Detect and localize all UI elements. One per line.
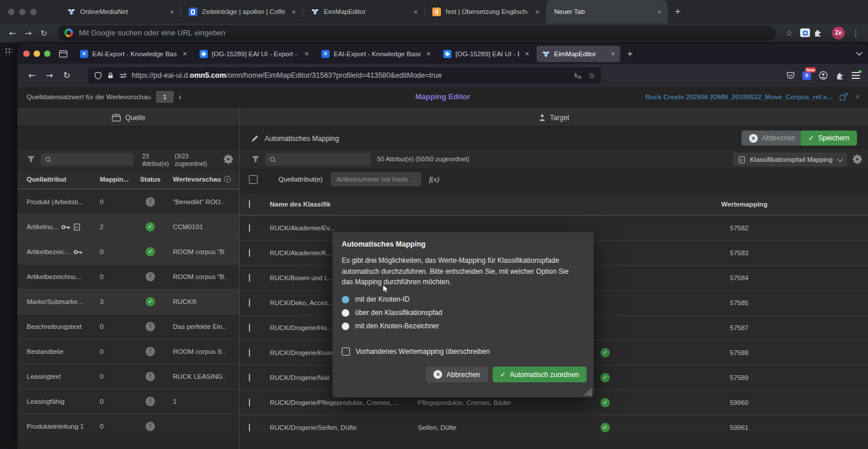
- filter-funnel-icon[interactable]: [251, 155, 260, 163]
- tab-eimmapeditor[interactable]: EimMapEditor: [537, 46, 620, 62]
- cancel-button[interactable]: Abbrechen: [742, 131, 803, 146]
- tab-onlinemedianet[interactable]: OnlineMediaNet: [59, 0, 180, 23]
- bookmark-star-icon[interactable]: [588, 71, 595, 80]
- address-bar[interactable]: Mit Google suchen oder eine URL eingeben: [57, 26, 776, 41]
- url-bar[interactable]: https://pd-eai-ui.d.omn5.com/omn/home/Ei…: [88, 67, 601, 84]
- close-icon[interactable]: [290, 8, 298, 16]
- bookmark-icon[interactable]: [782, 28, 797, 38]
- url-text[interactable]: https://pd-eai-ui.d.omn5.com/omn/home/Ei…: [132, 71, 569, 79]
- lock-icon[interactable]: [107, 71, 114, 79]
- permissions-icon[interactable]: [119, 72, 127, 79]
- source-attribute-value[interactable]: Artikelnummer mit Hash ...: [331, 172, 421, 186]
- row-checkbox[interactable]: [249, 324, 250, 332]
- target-settings-gear-icon[interactable]: [852, 154, 862, 164]
- extensions-puzzle-icon[interactable]: [836, 71, 844, 80]
- table-row[interactable]: Produkt (Arbeitsti... 0 "Benedikt" ROO..: [17, 189, 239, 214]
- share-icon[interactable]: [840, 93, 848, 101]
- maximize-window-button[interactable]: [30, 9, 37, 15]
- mapping-type-dropdown[interactable]: c Klassifikationspfad Mapping: [733, 153, 847, 166]
- tab-zeiteintraege[interactable]: Zeiteinträge | apollon | CoffeeC: [180, 0, 302, 23]
- radio-option-knoten-bezeichner[interactable]: mit den Knoten-Bezeichner: [342, 320, 584, 333]
- tab-eai-export-2[interactable]: × EAI-Export - Knowledge Base -: [316, 46, 436, 62]
- close-window-button[interactable]: [8, 9, 15, 15]
- table-row[interactable]: Marke/Submarke... 3 RUCK®: [17, 289, 239, 314]
- back-button[interactable]: [5, 28, 20, 38]
- source-search-input[interactable]: [55, 156, 129, 163]
- overwrite-checkbox[interactable]: [342, 347, 350, 356]
- close-icon[interactable]: [533, 8, 541, 16]
- source-search[interactable]: [41, 153, 133, 166]
- radio-icon[interactable]: [342, 323, 349, 330]
- tab-jira-2[interactable]: [OG-15289] EAI UI - Export - Ex: [438, 46, 534, 62]
- filter-funnel-icon[interactable]: [27, 155, 35, 163]
- tab-extension-icon[interactable]: [800, 28, 810, 37]
- row-checkbox[interactable]: [249, 399, 250, 407]
- row-checkbox[interactable]: [249, 423, 250, 432]
- select-all-checkbox[interactable]: [249, 200, 250, 208]
- table-row[interactable]: Artikelbezeichnu... 0 ROOM corpus "B.: [17, 264, 239, 289]
- target-search[interactable]: [265, 153, 371, 166]
- radio-icon[interactable]: [342, 309, 349, 317]
- profile-avatar[interactable]: Ze: [832, 27, 845, 39]
- menu-hamburger-icon[interactable]: [852, 72, 860, 79]
- table-row[interactable]: RUCK/Drogerie/Seifen, Düfte Seifen, Düft…: [240, 415, 868, 440]
- reload-button[interactable]: [36, 28, 52, 38]
- minimize-window-button[interactable]: [19, 9, 26, 15]
- close-icon[interactable]: [168, 8, 176, 16]
- new-tab-button[interactable]: [675, 6, 681, 17]
- table-row[interactable]: Artikelbezeic... 0 ROOM corpus "B.: [17, 239, 239, 264]
- radio-selected-icon[interactable]: [342, 296, 349, 303]
- row-checkbox[interactable]: [249, 274, 250, 282]
- tab-neuer-tab[interactable]: Neuer Tab: [546, 0, 668, 23]
- forward-button[interactable]: [41, 70, 58, 81]
- profile-link[interactable]: Ruck Create 202506 (OMN_20190522_Move_Co…: [645, 93, 833, 100]
- tab-jira-1[interactable]: [OG-15289] EAI UI - Export - Ex: [194, 46, 314, 62]
- close-icon[interactable]: [411, 8, 419, 16]
- back-button[interactable]: [23, 70, 41, 81]
- table-row[interactable]: Leasingfähig 0 1: [17, 389, 239, 414]
- radio-option-klassifikationspfad[interactable]: über den Klassifikationspfad: [342, 306, 584, 320]
- row-checkbox[interactable]: [249, 249, 250, 257]
- close-editor-icon[interactable]: [855, 92, 860, 102]
- reload-button[interactable]: [58, 70, 75, 81]
- extension-icon[interactable]: SNew: [802, 71, 811, 80]
- function-icon[interactable]: f(x): [429, 175, 439, 184]
- row-checkbox[interactable]: [249, 374, 250, 382]
- dialog-confirm-button[interactable]: Automatisch zuordnen: [493, 367, 587, 382]
- overwrite-checkbox-row[interactable]: Vorhandenes Wertemapping überschreiben: [342, 347, 584, 356]
- apps-grid-icon[interactable]: [5, 48, 12, 55]
- table-row[interactable]: Leasingtext 0 RUCK LEASING .: [17, 364, 239, 389]
- row-checkbox[interactable]: [249, 349, 250, 357]
- shield-icon[interactable]: [94, 71, 102, 80]
- chrome-menu-icon[interactable]: [848, 28, 863, 38]
- radio-option-knoten-id[interactable]: mit der Knoten-ID: [342, 293, 584, 306]
- forward-button[interactable]: [20, 28, 36, 38]
- extensions-puzzle-icon[interactable]: [813, 28, 829, 37]
- tab-eexmapeditor[interactable]: EexMapEditor: [302, 0, 424, 23]
- table-row[interactable]: Bestandteile 0 ROOM corpus S .: [17, 339, 239, 364]
- target-search-input[interactable]: [280, 156, 366, 163]
- tab-dict[interactable]: d fest | Übersetzung Englisch-De: [424, 0, 546, 23]
- account-icon[interactable]: [819, 71, 828, 80]
- row-checkbox[interactable]: [249, 299, 250, 307]
- new-tab-button[interactable]: [627, 49, 632, 59]
- window-controls[interactable]: [23, 50, 50, 57]
- close-icon[interactable]: [181, 50, 189, 58]
- table-row[interactable]: Artikelnu... c 2 CCM0101: [17, 214, 239, 239]
- source-settings-gear-icon[interactable]: [223, 154, 233, 164]
- dialog-cancel-button[interactable]: Abbrechen: [426, 367, 487, 382]
- table-row[interactable]: Produkteinleitung 1 0: [17, 414, 239, 439]
- close-icon[interactable]: [609, 50, 617, 58]
- auto-mapping-trigger[interactable]: Automatisches Mapping: [251, 127, 339, 150]
- close-icon[interactable]: [425, 50, 432, 58]
- maximize-window-button[interactable]: [44, 50, 50, 57]
- firefox-view-icon[interactable]: [59, 49, 68, 59]
- list-all-tabs-icon[interactable]: [855, 51, 863, 56]
- close-icon[interactable]: [303, 50, 310, 58]
- close-icon[interactable]: [523, 50, 531, 58]
- select-checkbox[interactable]: [249, 175, 258, 184]
- close-icon[interactable]: [655, 8, 663, 16]
- tab-eai-export-1[interactable]: × EAI-Export - Knowledge Base -: [75, 46, 192, 62]
- info-icon[interactable]: [224, 176, 231, 183]
- translate-icon[interactable]: AA: [574, 71, 583, 80]
